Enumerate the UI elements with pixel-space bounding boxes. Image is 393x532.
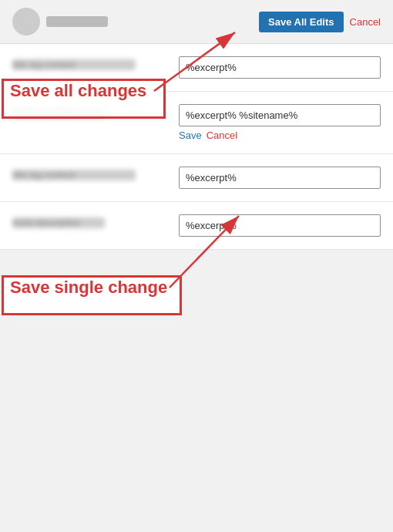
row3-input[interactable]	[179, 167, 381, 189]
header-actions: Save All Edits Cancel	[259, 12, 381, 32]
annotation-save-single: Save single change	[2, 275, 182, 315]
row3-label: title tag content	[12, 167, 166, 180]
header-cancel-link[interactable]: Cancel	[350, 16, 381, 28]
row1-label-text: title tag content	[12, 59, 136, 70]
row2-save-link[interactable]: Save	[179, 130, 202, 141]
save-all-button[interactable]: Save All Edits	[259, 12, 344, 32]
row2-field: Save Cancel	[179, 104, 381, 141]
table-row: meta description	[0, 202, 393, 250]
row3-field	[179, 167, 381, 189]
page-wrapper: Save All Edits Cancel title tag content …	[0, 0, 393, 532]
annotation-save-all-text: Save all changes	[4, 78, 153, 103]
header-left	[12, 8, 108, 35]
row1-input[interactable]	[179, 56, 381, 79]
row1-field	[179, 56, 381, 79]
row4-field	[179, 214, 381, 237]
header-title-placeholder	[46, 16, 108, 27]
avatar	[12, 8, 40, 35]
row2-cancel-link[interactable]: Cancel	[207, 130, 237, 141]
table-row: title tag content	[0, 154, 393, 202]
header-bar: Save All Edits Cancel	[0, 0, 393, 44]
row4-label-text: meta description	[12, 217, 105, 228]
row4-input[interactable]	[179, 214, 381, 237]
row2-input[interactable]	[179, 104, 381, 126]
row1-label: title tag content	[12, 56, 166, 70]
row4-label: meta description	[12, 214, 166, 228]
row3-label-text: title tag content	[12, 170, 136, 180]
row2-inline-actions: Save Cancel	[179, 130, 381, 141]
annotation-save-all: Save all changes	[2, 79, 166, 119]
main-content: title tag content meta description Save …	[0, 44, 393, 250]
annotation-save-single-text: Save single change	[4, 274, 173, 300]
